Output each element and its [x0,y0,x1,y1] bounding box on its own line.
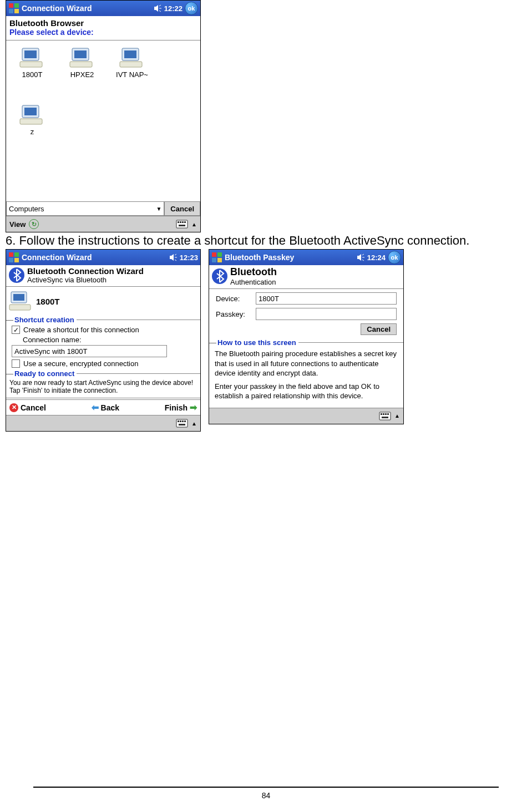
svg-rect-40 [212,258,216,262]
checkbox-label: Use a secure, encrypted connection [23,359,138,368]
sip-up-arrow-icon[interactable]: ▲ [191,221,197,227]
bluetooth-header: Bluetooth Authentication [209,265,403,287]
svg-marker-4 [154,5,158,12]
passkey-input[interactable] [256,308,397,320]
svg-rect-38 [212,252,216,257]
sip-up-arrow-icon[interactable]: ▲ [394,413,400,419]
selected-device: 1800T [6,288,200,315]
keyboard-icon[interactable] [176,220,188,229]
svg-rect-9 [74,50,87,58]
checkbox-create-shortcut[interactable]: ✓ Create a shortcut for this connection [12,326,200,334]
svg-rect-49 [382,417,388,418]
svg-rect-20 [182,221,184,223]
svg-rect-35 [182,420,184,422]
computer-icon [69,46,95,69]
checkbox-icon: ✓ [12,326,20,334]
wizard-subtitle: ActiveSync via Bluetooth [27,276,144,284]
clock-text: 12:24 [367,254,386,262]
conn-name-input[interactable] [12,345,167,357]
screenshot-bluetooth-browser: Connection Wizard 12:22 ok Bluetooth Bro… [6,0,201,232]
bluetooth-subtitle: Authentication [230,278,277,286]
svg-rect-47 [385,413,387,415]
svg-rect-36 [184,420,186,422]
menubar: ▲ [209,408,403,424]
finish-button[interactable]: Finish ➡ [165,402,197,413]
device-item[interactable]: 1800T [8,46,56,79]
sip-up-arrow-icon[interactable]: ▲ [191,420,197,427]
command-bar: ✕ Cancel ⬅ Back Finish ➡ [6,399,200,415]
arrow-right-icon: ➡ [190,402,197,413]
refresh-icon[interactable]: ↻ [29,219,39,229]
svg-rect-34 [180,420,181,422]
speaker-icon[interactable] [356,253,365,262]
svg-rect-46 [383,413,384,415]
svg-rect-16 [20,119,42,124]
device-item[interactable]: IVT NAP~ [108,46,156,79]
device-item[interactable]: z [8,103,56,136]
svg-rect-45 [381,413,382,415]
svg-rect-0 [9,3,13,8]
checkbox-label: Create a shortcut for this connection [23,326,139,334]
help-paragraph-1: The Bluetooth pairing procedure establis… [209,348,403,381]
view-menu[interactable]: View [9,220,26,229]
cancel-button[interactable]: ✕ Cancel [9,403,46,412]
filter-dropdown[interactable]: Computers ▼ [6,201,164,216]
conn-name-label: Connection name: [23,336,200,344]
cancel-label: Cancel [21,403,46,412]
cancel-button[interactable]: Cancel [361,323,397,335]
title-text: Connection Wizard [22,253,169,262]
svg-rect-30 [13,294,24,301]
keyboard-icon[interactable] [176,419,188,428]
keyboard-icon[interactable] [379,412,391,420]
svg-marker-42 [357,254,361,261]
svg-rect-37 [179,424,185,425]
windows-logo-icon[interactable] [211,252,222,263]
windows-logo-icon[interactable] [8,3,19,14]
group-label: Ready to connect [13,369,75,378]
chevron-down-icon: ▼ [156,206,161,212]
menubar: ▲ [6,415,200,431]
instruction-step-text: 6. Follow the instructions to create a s… [6,234,526,248]
computer-icon [8,290,33,312]
svg-rect-10 [70,62,92,67]
divider [6,40,200,40]
ok-button[interactable]: ok [388,251,401,264]
filter-row: Computers ▼ Cancel [6,201,200,216]
document-page: Connection Wizard 12:22 ok Bluetooth Bro… [0,0,532,811]
speaker-icon[interactable] [169,253,178,262]
svg-rect-21 [184,221,186,223]
screen-prompt: Please select a device: [9,28,197,37]
ok-button[interactable]: ok [185,2,198,15]
speaker-icon[interactable] [153,4,162,13]
screenshot-row: Connection Wizard 12:23 Bluetooth Connec… [6,249,526,432]
svg-rect-26 [14,258,19,262]
back-button[interactable]: ⬅ Back [92,402,119,413]
titlebar: Connection Wizard 12:22 ok [6,1,200,16]
svg-rect-12 [124,50,136,58]
svg-rect-33 [178,420,179,422]
help-paragraph-2: Enter your passkey in the field above an… [209,381,403,403]
cancel-button[interactable]: Cancel [164,201,200,216]
group-label: Shortcut creation [13,316,75,324]
svg-rect-39 [217,252,222,257]
svg-rect-19 [180,221,181,223]
menubar: View ↻ ▲ [6,216,200,232]
device-label: 1800T [22,70,43,79]
title-text: Connection Wizard [22,4,153,13]
checkbox-secure-connection[interactable]: Use a secure, encrypted connection [12,359,200,368]
divider [209,288,403,289]
page-number: 84 [33,791,499,800]
bluetooth-icon [211,268,228,285]
device-label: z [31,128,34,136]
svg-marker-27 [170,254,174,261]
screenshot-connection-wizard: Connection Wizard 12:23 Bluetooth Connec… [6,249,201,432]
page-footer: 84 [33,787,499,800]
divider [6,398,200,398]
windows-logo-icon[interactable] [8,252,19,263]
bluetooth-icon [8,267,25,283]
finish-label: Finish [165,403,188,412]
computer-icon [19,103,45,126]
device-item[interactable]: HPXE2 [58,46,106,79]
titlebar: Connection Wizard 12:23 [6,250,200,265]
back-label: Back [101,403,119,412]
